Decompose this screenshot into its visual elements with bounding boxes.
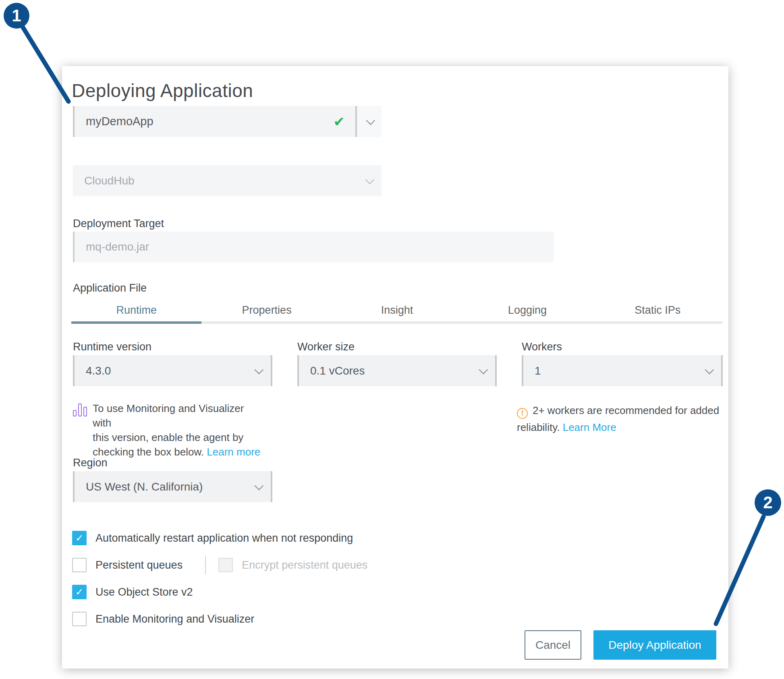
app-name-value: myDemoApp xyxy=(86,115,334,128)
chevron-down-icon xyxy=(365,175,375,184)
note-line-2: this version, enable the agent by xyxy=(93,430,262,445)
app-name-input[interactable]: myDemoApp ✔ xyxy=(73,106,355,137)
deployment-target-select[interactable]: CloudHub xyxy=(73,165,382,196)
chevron-down-icon xyxy=(705,365,714,374)
warning-line-1: 2+ workers are recommended for added xyxy=(533,404,719,416)
enable-monitoring-checkbox[interactable] xyxy=(72,612,87,626)
chevron-down-icon xyxy=(255,365,264,374)
callout-badge-2: 2 xyxy=(755,489,781,516)
warning-icon: ! xyxy=(517,408,528,419)
runtime-version-select[interactable]: 4.3.0 xyxy=(73,355,272,386)
deployment-target-value: CloudHub xyxy=(84,174,365,187)
region-value: US West (N. California) xyxy=(86,480,255,493)
object-store-v2-label: Use Object Store v2 xyxy=(95,586,193,598)
checkbox-row-monitoring: Enable Monitoring and Visualizer xyxy=(72,611,254,627)
learn-more-link[interactable]: Learn More xyxy=(563,421,616,433)
checkbox-row-persistent-queues: Persistent queues Encrypt persistent que… xyxy=(72,557,367,573)
note-line-1: To use Monitoring and Visualizer with xyxy=(93,401,262,430)
worker-size-select[interactable]: 0.1 vCores xyxy=(297,355,497,386)
workers-select[interactable]: 1 xyxy=(522,355,723,386)
active-tab-indicator xyxy=(71,321,201,324)
region-label: Region xyxy=(73,457,108,469)
settings-tabs: Runtime Properties Insight Logging Stati… xyxy=(71,301,723,324)
screenshot-canvas: Deploying Application myDemoApp ✔ Deploy… xyxy=(0,0,784,679)
warning-line-2: reliability. xyxy=(517,421,560,433)
deploy-application-button[interactable]: Deploy Application xyxy=(593,630,716,660)
page-title: Deploying Application xyxy=(72,80,253,101)
app-name-combo: myDemoApp ✔ xyxy=(73,106,382,137)
persistent-queues-checkbox[interactable] xyxy=(72,558,87,572)
check-icon: ✓ xyxy=(75,533,83,543)
worker-size-label: Worker size xyxy=(297,341,355,353)
encrypt-persistent-queues-label: Encrypt persistent queues xyxy=(242,559,367,571)
application-file-placeholder: mq-demo.jar xyxy=(86,240,149,253)
workers-value: 1 xyxy=(535,364,705,377)
tab-static-ips[interactable]: Static IPs xyxy=(593,301,723,321)
learn-more-link[interactable]: Learn more xyxy=(207,446,260,458)
object-store-v2-checkbox[interactable]: ✓ xyxy=(72,585,87,599)
checkbox-row-auto-restart: ✓ Automatically restart application when… xyxy=(72,530,353,546)
enable-monitoring-label: Enable Monitoring and Visualizer xyxy=(95,613,254,625)
callout-badge-1: 1 xyxy=(4,3,29,29)
deploy-application-dialog: Deploying Application myDemoApp ✔ Deploy… xyxy=(62,66,728,669)
visualizer-note-text: To use Monitoring and Visualizer with th… xyxy=(93,401,262,459)
app-name-dropdown-button[interactable] xyxy=(357,106,382,137)
checkbox-row-object-store: ✓ Use Object Store v2 xyxy=(72,584,193,600)
application-file-label: Application File xyxy=(73,282,147,294)
workers-warning: !2+ workers are recommended for added re… xyxy=(517,402,726,436)
persistent-queues-label: Persistent queues xyxy=(95,559,183,571)
tab-underline xyxy=(71,321,723,324)
callout-line-1 xyxy=(21,24,68,101)
auto-restart-checkbox[interactable]: ✓ xyxy=(72,531,87,545)
worker-size-value: 0.1 vCores xyxy=(310,364,479,377)
tab-logging[interactable]: Logging xyxy=(462,301,592,321)
application-file-input[interactable]: mq-demo.jar xyxy=(73,232,554,262)
chevron-down-icon xyxy=(366,116,375,125)
chevron-down-icon xyxy=(255,481,264,490)
divider xyxy=(205,556,206,574)
cancel-button[interactable]: Cancel xyxy=(525,630,581,660)
chevron-down-icon xyxy=(479,365,488,374)
runtime-version-label: Runtime version xyxy=(73,341,151,353)
bar-chart-icon xyxy=(73,403,87,416)
tab-properties[interactable]: Properties xyxy=(201,301,332,321)
check-icon: ✓ xyxy=(75,587,83,597)
note-line-3: checking the box below. Learn more xyxy=(93,445,262,459)
visualizer-note: To use Monitoring and Visualizer with th… xyxy=(73,401,262,459)
tab-insight[interactable]: Insight xyxy=(332,301,462,321)
encrypt-persistent-queues-checkbox xyxy=(218,558,233,572)
deployment-target-label: Deployment Target xyxy=(73,217,164,230)
workers-label: Workers xyxy=(522,341,562,353)
runtime-version-value: 4.3.0 xyxy=(86,364,255,377)
valid-check-icon: ✔ xyxy=(334,115,345,128)
tab-runtime[interactable]: Runtime xyxy=(71,301,201,321)
auto-restart-label: Automatically restart application when n… xyxy=(95,532,353,544)
region-select[interactable]: US West (N. California) xyxy=(73,471,272,502)
